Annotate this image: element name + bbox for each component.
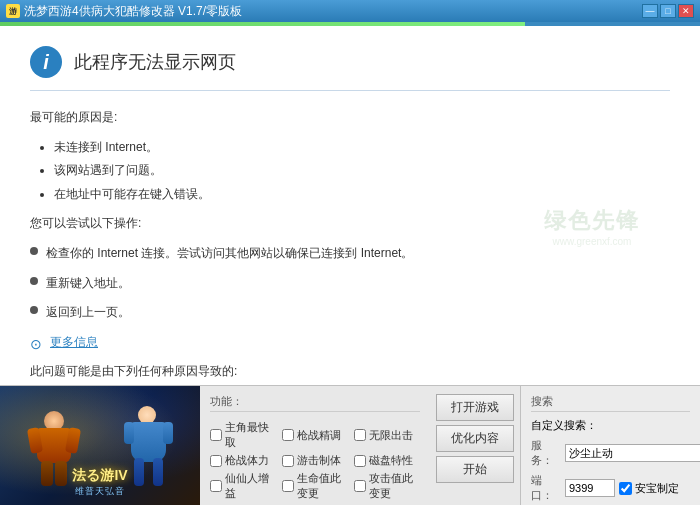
char2-arm-l	[124, 422, 134, 444]
action-2: 重新键入地址。	[30, 273, 670, 295]
server-input[interactable]	[565, 444, 700, 462]
options-title: 功能：	[210, 394, 420, 412]
bottom-panel: 法る游IV 维普天弘音 功能： 主角最快取 枪战精调 无限出击	[0, 385, 700, 505]
action-3: 返回到上一页。	[30, 302, 670, 324]
option-1[interactable]: 枪战精调	[282, 420, 348, 450]
window-title: 洗梦西游4供病大犯酷修改器 V1.7/零版板	[24, 3, 242, 20]
open-game-button[interactable]: 打开游戏	[436, 394, 514, 421]
optimize-button[interactable]: 优化内容	[436, 425, 514, 452]
option-2[interactable]: 无限出击	[354, 420, 420, 450]
arrow-icon: ⊙	[30, 332, 42, 340]
option-3-label: 枪战体力	[225, 453, 269, 468]
watermark-logo-text: 绿色先锋	[544, 206, 640, 236]
port-row: 端口： 安宝制定	[531, 473, 690, 503]
port-input[interactable]	[565, 479, 615, 497]
action-panel: 打开游戏 优化内容 开始	[430, 386, 520, 505]
window-controls: — □ ✕	[642, 4, 694, 18]
option-8[interactable]: 攻击值此变更	[354, 471, 420, 501]
game-subtitle: 维普天弘音	[8, 485, 192, 498]
close-button[interactable]: ✕	[678, 4, 694, 18]
bullet-dot-3	[30, 306, 38, 314]
checkbox-6[interactable]	[210, 480, 222, 492]
title-bar: 游 洗梦西游4供病大犯酷修改器 V1.7/零版板 — □ ✕	[0, 0, 700, 22]
checkbox-5[interactable]	[354, 455, 366, 467]
settings-title: 搜索	[531, 394, 690, 412]
checkbox-1[interactable]	[282, 429, 294, 441]
app-icon: 游	[6, 4, 20, 18]
char2-body	[131, 422, 166, 462]
option-0[interactable]: 主角最快取	[210, 420, 276, 450]
game-title: 法る游IV	[8, 467, 192, 485]
option-7-label: 生命值此变更	[297, 471, 348, 501]
port-label: 端口：	[531, 473, 561, 503]
action-2-text: 重新键入地址。	[46, 273, 130, 295]
error-title: 此程序无法显示网页	[74, 50, 236, 74]
auto-checkbox[interactable]	[619, 482, 632, 495]
reasons-list: 未连接到 Internet。 该网站遇到了问题。 在地址中可能存在键入错误。	[54, 137, 670, 206]
option-1-label: 枪战精调	[297, 428, 341, 443]
reason-2: 该网站遇到了问题。	[54, 160, 670, 182]
option-6-label: 仙仙人增益	[225, 471, 276, 501]
game-logo-text: 法る游IV 维普天弘音	[8, 467, 192, 498]
action-3-text: 返回到上一页。	[46, 302, 130, 324]
maximize-button[interactable]: □	[660, 4, 676, 18]
option-3[interactable]: 枪战体力	[210, 453, 276, 468]
option-4[interactable]: 游击制体	[282, 453, 348, 468]
minimize-button[interactable]: —	[642, 4, 658, 18]
bullet-dot-1	[30, 247, 38, 255]
action-1-text: 检查你的 Internet 连接。尝试访问其他网站以确保已连接到 Interne…	[46, 243, 413, 265]
more-info-item[interactable]: ⊙ 更多信息	[30, 332, 670, 354]
server-row: 服务：	[531, 438, 690, 468]
auto-checkbox-label: 安宝制定	[635, 481, 679, 496]
game-banner: 法る游IV 维普天弘音	[0, 386, 200, 505]
options-grid: 主角最快取 枪战精调 无限出击 枪战体力 游击制体	[210, 420, 420, 501]
error-header: i 此程序无法显示网页	[30, 46, 670, 91]
checkbox-8[interactable]	[354, 480, 366, 492]
option-5-label: 磁盘特性	[369, 453, 413, 468]
start-button[interactable]: 开始	[436, 456, 514, 483]
checkbox-7[interactable]	[282, 480, 294, 492]
option-0-label: 主角最快取	[225, 420, 276, 450]
browser-area: 绿色先锋 www.greenxf.com i 此程序无法显示网页 最可能的原因是…	[0, 26, 700, 385]
checkbox-0[interactable]	[210, 429, 222, 441]
reasons-intro: 最可能的原因是:	[30, 107, 670, 129]
reason-3: 在地址中可能存在键入错误。	[54, 184, 670, 206]
options-panel: 功能： 主角最快取 枪战精调 无限出击 枪战体力	[200, 386, 430, 505]
watermark: 绿色先锋 www.greenxf.com	[544, 206, 640, 247]
watermark-url: www.greenxf.com	[544, 236, 640, 247]
more-info-link[interactable]: 更多信息	[50, 332, 98, 354]
char2-arm-r	[163, 422, 173, 444]
checkbox-2[interactable]	[354, 429, 366, 441]
reason-1: 未连接到 Internet。	[54, 137, 670, 159]
option-2-label: 无限出击	[369, 428, 413, 443]
option-4-label: 游击制体	[297, 453, 341, 468]
settings-panel: 搜索 自定义搜索： 服务： 端口： 安宝制定 保存 关闭CE	[520, 386, 700, 505]
auto-search-label: 自定义搜索：	[531, 418, 597, 433]
checkbox-3[interactable]	[210, 455, 222, 467]
info-icon: i	[30, 46, 62, 78]
auto-search-row: 自定义搜索：	[531, 418, 690, 433]
option-7[interactable]: 生命值此变更	[282, 471, 348, 501]
option-5[interactable]: 磁盘特性	[354, 453, 420, 468]
main-wrapper: 绿色先锋 www.greenxf.com i 此程序无法显示网页 最可能的原因是…	[0, 26, 700, 505]
option-8-label: 攻击值此变更	[369, 471, 420, 501]
bullet-dot-2	[30, 277, 38, 285]
checkbox-4[interactable]	[282, 455, 294, 467]
auto-checkbox-item[interactable]: 安宝制定	[619, 481, 679, 496]
option-6[interactable]: 仙仙人增益	[210, 471, 276, 501]
title-bar-left: 游 洗梦西游4供病大犯酷修改器 V1.7/零版板	[6, 3, 242, 20]
server-label: 服务：	[531, 438, 561, 468]
detail-intro: 此问题可能是由下列任何种原因导致的:	[30, 361, 670, 383]
